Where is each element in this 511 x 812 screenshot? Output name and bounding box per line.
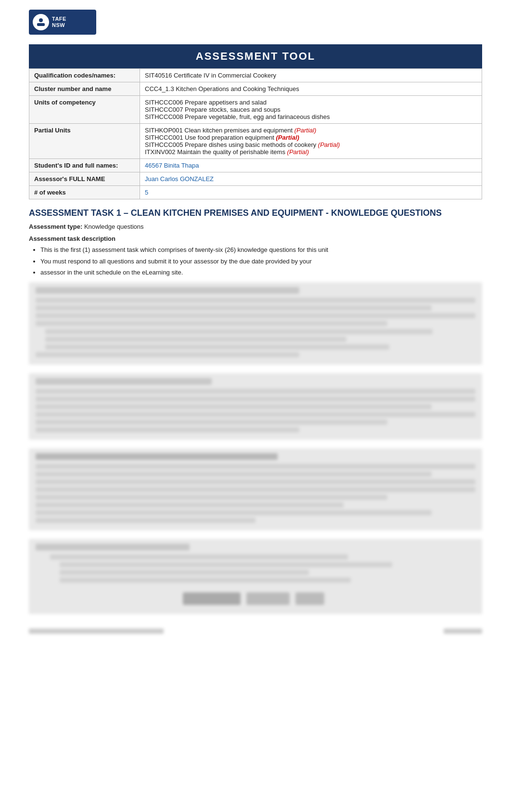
label-assessor: Assessor's FULL NAME <box>29 172 140 186</box>
partial-tag-3: (Partial) <box>318 141 340 148</box>
label-cluster: Cluster number and name <box>29 82 140 96</box>
task-bullet-2: You must respond to all questions and su… <box>40 257 482 266</box>
value-cluster: CCC4_1.3 Kitchen Operations and Cooking … <box>140 82 482 96</box>
partial-line-3: SITHCCC005 Prepare dishes using basic me… <box>145 141 318 148</box>
assessment-type-value: Knowledge questions <box>84 223 144 230</box>
value-student: 46567 Binita Thapa <box>140 159 482 172</box>
student-link[interactable]: 46567 Binita Thapa <box>145 162 199 169</box>
value-qualification: SIT40516 Certificate IV in Commercial Co… <box>140 69 482 82</box>
footer-left <box>29 629 164 634</box>
assessor-link[interactable]: Juan Carlos GONZALEZ <box>145 175 214 183</box>
blurred-question-1 <box>29 373 482 440</box>
blurred-question-3-response <box>29 539 482 614</box>
table-row-partial: Partial Units SITHKOP001 Clean kitchen p… <box>29 124 482 159</box>
value-units: SITHCCC006 Prepare appetisers and salad … <box>140 96 482 124</box>
page-container: TAFE NSW ASSESSMENT TOOL Qualification c… <box>0 0 511 662</box>
task-desc-list: This is the first (1) assessment task wh… <box>40 245 482 277</box>
task-bullet-3: assessor in the unit schedule on the eLe… <box>40 268 482 277</box>
logo-area: TAFE NSW <box>29 10 482 35</box>
partial-line-2: SITHCCC001 Use food preparation equipmen… <box>145 134 276 141</box>
task-bullet-1: This is the first (1) assessment task wh… <box>40 245 482 255</box>
footer-section <box>29 629 482 634</box>
unit-line-2: SITHCCC007 Prepare stocks, sauces and so… <box>145 106 281 113</box>
svg-point-0 <box>39 18 43 22</box>
table-row-assessor: Assessor's FULL NAME Juan Carlos GONZALE… <box>29 172 482 186</box>
label-student: Student's ID and full names: <box>29 159 140 172</box>
section-title: ASSESSMENT TASK 1 – CLEAN KITCHEN PREMIS… <box>29 208 482 218</box>
value-partial: SITHKOP001 Clean kitchen premises and eq… <box>140 124 482 159</box>
value-assessor: Juan Carlos GONZALEZ <box>140 172 482 186</box>
logo-text: TAFE NSW <box>52 16 66 28</box>
table-row-student: Student's ID and full names: 46567 Binit… <box>29 159 482 172</box>
table-row-units: Units of competency SITHCCC006 Prepare a… <box>29 96 482 124</box>
logo: TAFE NSW <box>29 10 96 35</box>
unit-line-3: SITHCCC008 Prepare vegetable, fruit, egg… <box>145 113 330 120</box>
unit-line-1: SITHCCC006 Prepare appetisers and salad <box>145 99 267 106</box>
svg-rect-1 <box>37 23 45 26</box>
info-table: Qualification codes/names: SIT40516 Cert… <box>29 68 482 199</box>
blurred-grading-criteria <box>29 282 482 365</box>
assessment-tool-header: ASSESSMENT TOOL <box>29 44 482 68</box>
logo-icon <box>33 14 49 30</box>
table-row-cluster: Cluster number and name CCC4_1.3 Kitchen… <box>29 82 482 96</box>
partial-tag-4: (Partial) <box>287 148 309 156</box>
partial-tag-1: (Partial) <box>294 127 317 134</box>
table-row-qualification: Qualification codes/names: SIT40516 Cert… <box>29 69 482 82</box>
assessment-type-label: Assessment type: <box>29 223 82 230</box>
value-weeks: 5 <box>140 186 482 199</box>
section-title-text: ASSESSMENT TASK 1 – CLEAN KITCHEN PREMIS… <box>29 208 442 218</box>
partial-line-4: ITXINV002 Maintain the quality of perish… <box>145 148 287 156</box>
footer-right <box>444 629 482 634</box>
assessment-type-line: Assessment type: Knowledge questions <box>29 223 482 230</box>
header-title: ASSESSMENT TOOL <box>196 50 315 62</box>
label-units: Units of competency <box>29 96 140 124</box>
blurred-question-2 <box>29 448 482 530</box>
task-desc-title: Assessment task description <box>29 235 482 242</box>
partial-line-1: SITHKOP001 Clean kitchen premises and eq… <box>145 127 294 134</box>
label-qualification: Qualification codes/names: <box>29 69 140 82</box>
partial-tag-2: (Partial) <box>276 134 299 141</box>
weeks-value: 5 <box>145 189 148 196</box>
label-weeks: # of weeks <box>29 186 140 199</box>
label-partial: Partial Units <box>29 124 140 159</box>
table-row-weeks: # of weeks 5 <box>29 186 482 199</box>
